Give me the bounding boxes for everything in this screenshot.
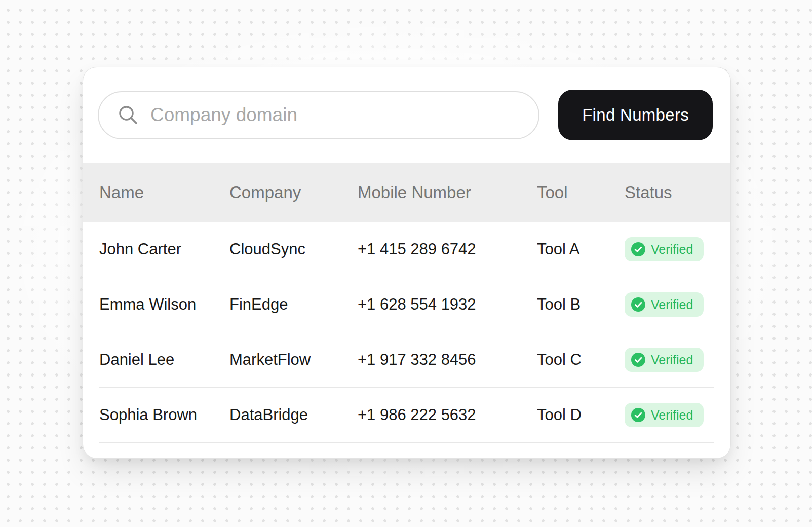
cell-tool: Tool C: [537, 351, 625, 369]
cell-status: Verified: [625, 292, 714, 317]
cell-mobile: +1 628 554 1932: [358, 295, 537, 314]
find-numbers-button[interactable]: Find Numbers: [558, 90, 713, 140]
table-row: Daniel Lee MarketFlow +1 917 332 8456 To…: [99, 332, 714, 388]
search-field[interactable]: [98, 91, 539, 139]
column-header-company: Company: [229, 183, 358, 202]
column-header-tool: Tool: [537, 183, 625, 202]
cell-mobile: +1 917 332 8456: [358, 351, 537, 369]
cell-status: Verified: [625, 403, 714, 427]
finder-card: Find Numbers Name Company Mobile Number …: [83, 67, 731, 459]
check-circle-icon: [631, 297, 645, 312]
cell-status: Verified: [625, 348, 714, 372]
cell-mobile: +1 415 289 6742: [358, 240, 537, 258]
table-body: John Carter CloudSync +1 415 289 6742 To…: [83, 222, 730, 458]
status-badge-label: Verified: [651, 297, 693, 312]
status-badge-label: Verified: [651, 242, 693, 257]
column-header-mobile: Mobile Number: [358, 183, 537, 202]
column-header-name: Name: [99, 183, 229, 202]
cell-status: Verified: [625, 237, 714, 261]
cell-tool: Tool D: [537, 406, 625, 424]
verified-badge: Verified: [625, 348, 704, 372]
cell-company: DataBridge: [229, 406, 358, 424]
check-circle-icon: [631, 353, 645, 367]
cell-name: Sophia Brown: [99, 406, 229, 424]
table-row: John Carter CloudSync +1 415 289 6742 To…: [99, 222, 714, 277]
cell-name: John Carter: [99, 240, 229, 258]
table-header: Name Company Mobile Number Tool Status: [83, 163, 730, 222]
column-header-status: Status: [625, 183, 714, 202]
cell-company: FinEdge: [229, 295, 358, 314]
cell-name: Daniel Lee: [99, 351, 229, 369]
table-row: Sophia Brown DataBridge +1 986 222 5632 …: [99, 388, 714, 443]
cell-company: MarketFlow: [229, 351, 358, 369]
cell-tool: Tool A: [537, 240, 625, 258]
search-bar: Find Numbers: [83, 67, 730, 163]
cell-name: Emma Wilson: [99, 295, 229, 314]
cell-tool: Tool B: [537, 295, 625, 314]
table-row: Emma Wilson FinEdge +1 628 554 1932 Tool…: [99, 277, 714, 332]
status-badge-label: Verified: [651, 353, 693, 367]
verified-badge: Verified: [625, 292, 704, 317]
status-badge-label: Verified: [651, 408, 693, 423]
verified-badge: Verified: [625, 237, 704, 261]
check-circle-icon: [631, 242, 645, 256]
cell-company: CloudSync: [229, 240, 358, 258]
check-circle-icon: [631, 408, 645, 422]
search-input[interactable]: [150, 104, 523, 126]
verified-badge: Verified: [625, 403, 704, 427]
cell-mobile: +1 986 222 5632: [358, 406, 537, 424]
search-icon: [117, 104, 139, 126]
